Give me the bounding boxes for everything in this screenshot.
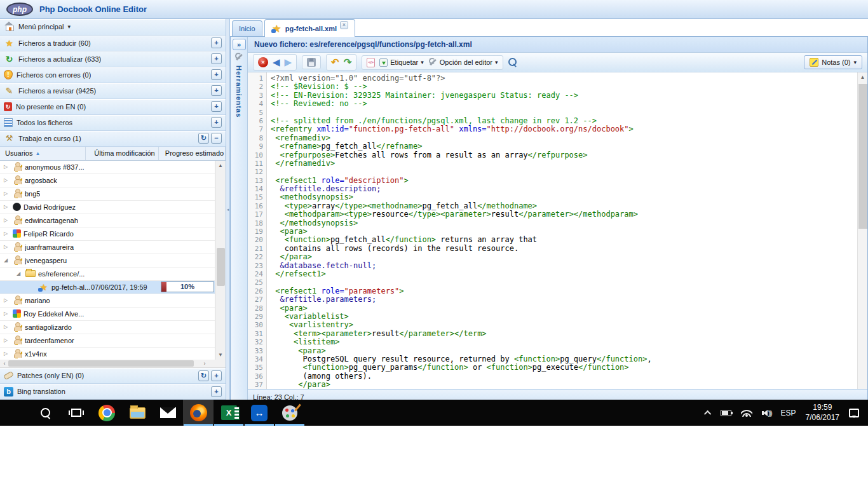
expand-toggle-icon[interactable]: ◢ xyxy=(17,271,23,276)
user-list-scrollbar[interactable]: ▲▼ xyxy=(215,161,226,360)
expand-toggle-icon[interactable]: ▷ xyxy=(4,297,10,303)
forward-button[interactable]: ▶ xyxy=(285,57,292,68)
mail-taskbar-button[interactable] xyxy=(153,400,183,426)
expand-toggle-icon[interactable]: ▷ xyxy=(4,177,10,183)
user-row[interactable]: ▷edwincartagenah xyxy=(0,214,215,227)
user-row[interactable]: ▷tardeenfamenor xyxy=(0,334,215,348)
expand-toggle-icon[interactable]: ▷ xyxy=(4,337,10,343)
add-button[interactable]: + xyxy=(211,386,222,397)
folder-row[interactable]: ◢es/reference/... xyxy=(0,268,215,281)
tab-close-icon[interactable]: × xyxy=(340,21,348,29)
horizontal-scrollbar[interactable]: ‹ › xyxy=(0,360,226,368)
search-taskbar-button[interactable] xyxy=(31,400,61,426)
user-row[interactable]: ▷bng5 xyxy=(0,187,215,201)
expand-toggle-icon[interactable]: ▷ xyxy=(4,217,10,223)
clock[interactable]: 19:59 7/06/2017 xyxy=(806,403,839,423)
battery-icon[interactable] xyxy=(721,410,731,416)
user-row[interactable]: ▷FelipeR Ricardo xyxy=(0,227,215,241)
scroll-up-icon[interactable]: ▲ xyxy=(215,161,226,170)
undo-button[interactable]: ↶ xyxy=(331,57,339,68)
refresh-button[interactable]: ↻ xyxy=(198,370,209,381)
editor-scrollbar[interactable]: ▲ xyxy=(857,72,867,389)
expand-toggle-icon[interactable]: ▷ xyxy=(4,191,10,196)
herramientas-label[interactable]: Herramientas xyxy=(235,65,243,118)
zoom-button[interactable] xyxy=(508,58,517,67)
wifi-icon[interactable] xyxy=(741,409,752,417)
sidebar-item-bing[interactable]: bBing translation+ xyxy=(0,384,226,400)
sidebar-item-star[interactable]: ★Ficheros a traducir (60)+ xyxy=(0,36,226,51)
user-table-header: Usuarios ▲ Última modificación Progreso … xyxy=(0,147,226,161)
code-content[interactable]: <?xml version="1.0" encoding="utf-8"?><!… xyxy=(267,72,857,389)
user-row[interactable]: ▷santiagolizardo xyxy=(0,321,215,334)
notas-button[interactable]: Notas (0) ▾ xyxy=(804,55,862,69)
etiquetar-button[interactable]: Etiquetar ▾ xyxy=(379,58,424,67)
tab-inicio[interactable]: Inicio xyxy=(232,20,262,36)
file-explorer-taskbar-button[interactable] xyxy=(122,400,153,426)
expand-toggle-icon[interactable]: ▷ xyxy=(4,231,10,236)
scroll-right-icon[interactable]: › xyxy=(200,360,209,368)
expand-toggle-icon[interactable]: ▷ xyxy=(4,204,10,210)
user-row[interactable]: ◢jvenegasperu xyxy=(0,254,215,268)
add-button[interactable]: + xyxy=(211,370,222,381)
collapse-button[interactable]: − xyxy=(211,133,222,144)
sidebar-item-shield[interactable]: !Ficheros con errores (0)+ xyxy=(0,67,226,83)
add-button[interactable]: + xyxy=(211,69,222,80)
user-row[interactable]: ▷juanframaureira xyxy=(0,241,215,254)
user-row[interactable]: ▷x1v4nx xyxy=(0,348,215,360)
action-center-icon[interactable] xyxy=(849,409,859,417)
sidebar-item-patch[interactable]: Patches (only EN) (0)↻+ xyxy=(0,368,226,384)
add-button[interactable]: + xyxy=(211,53,222,64)
code-editor[interactable]: 1234567891011121314151617181920212223242… xyxy=(248,72,867,389)
scroll-up-icon[interactable]: ▲ xyxy=(858,72,867,82)
add-button[interactable]: + xyxy=(211,85,222,96)
volume-icon[interactable]: ))) xyxy=(762,409,771,417)
excel-taskbar-button[interactable] xyxy=(214,400,244,426)
add-button[interactable]: + xyxy=(211,101,222,112)
expand-toggle-icon[interactable]: ▷ xyxy=(4,244,10,250)
firefox-taskbar-button[interactable] xyxy=(183,400,214,426)
sidebar-item-refresh[interactable]: ↻Ficheros a actualizar (633)+ xyxy=(0,51,226,67)
paint-taskbar-button[interactable] xyxy=(275,400,305,426)
user-row[interactable]: ▷anonymous #837... xyxy=(0,161,215,174)
chrome-taskbar-button[interactable] xyxy=(92,400,122,426)
scroll-left-icon[interactable]: ‹ xyxy=(0,360,9,368)
expand-toggle-icon[interactable]: ▷ xyxy=(4,164,10,170)
opcion-del-editor-button[interactable]: Opción del editor ▾ xyxy=(428,58,498,67)
sidebar-item-trash[interactable]: ↻No presente en EN (0)+ xyxy=(0,99,226,115)
back-button[interactable]: ◀ xyxy=(273,57,280,68)
add-button[interactable]: + xyxy=(211,37,222,48)
expand-toggle-icon[interactable]: ◢ xyxy=(4,257,10,263)
user-row[interactable]: ▷David Rodríguez xyxy=(0,201,215,214)
refresh-button[interactable]: ↻ xyxy=(198,133,209,144)
code-doc-icon[interactable]: </> xyxy=(367,58,375,67)
keyboard-language[interactable]: ESP xyxy=(781,409,796,417)
scroll-down-icon[interactable]: ▼ xyxy=(215,350,226,360)
horizontal-scroll-thumb[interactable] xyxy=(8,360,194,367)
task-view-taskbar-button[interactable] xyxy=(61,400,92,426)
column-ultima-modificacion[interactable]: Última modificación xyxy=(86,147,159,160)
column-progreso-estimado[interactable]: Progreso estimado xyxy=(159,147,226,160)
sidebar-item-pencil[interactable]: ✎Ficheros a revisar (9425)+ xyxy=(0,83,226,99)
expand-toggle-icon[interactable]: ▷ xyxy=(4,324,10,330)
expand-tools-button[interactable]: » xyxy=(233,39,246,50)
scroll-thumb[interactable] xyxy=(217,248,225,286)
tab-pg-fetch-all[interactable]: ★ pg-fetch-all.xml × xyxy=(264,19,355,37)
editor-scroll-thumb[interactable] xyxy=(858,84,867,229)
save-button[interactable] xyxy=(307,58,316,67)
user-row[interactable]: ▷Roy Eddekel Alve... xyxy=(0,308,215,321)
expand-toggle-icon[interactable]: ▷ xyxy=(4,351,10,356)
redo-button[interactable]: ↷ xyxy=(344,57,352,68)
close-file-button[interactable]: × xyxy=(258,57,268,67)
menu-principal-button[interactable]: Menú principal ▾ xyxy=(0,19,226,36)
show-hidden-icons-button[interactable] xyxy=(704,410,711,417)
user-row[interactable]: ▷mariano xyxy=(0,294,215,308)
start-taskbar-button[interactable] xyxy=(0,400,31,426)
sidebar-item-list[interactable]: Todos los ficheros+ xyxy=(0,115,226,131)
user-row[interactable]: ▷argosback xyxy=(0,174,215,187)
add-button[interactable]: + xyxy=(211,117,222,128)
column-usuarios[interactable]: Usuarios ▲ xyxy=(0,147,86,160)
file-row[interactable]: ★pg-fetch-al...07/06/2017, 19:5910% xyxy=(0,281,215,294)
expand-toggle-icon[interactable]: ▷ xyxy=(4,311,10,316)
teamviewer-taskbar-button[interactable] xyxy=(244,400,275,426)
sidebar-item-hammer[interactable]: ⚒Trabajo en curso (1)↻− xyxy=(0,131,226,147)
